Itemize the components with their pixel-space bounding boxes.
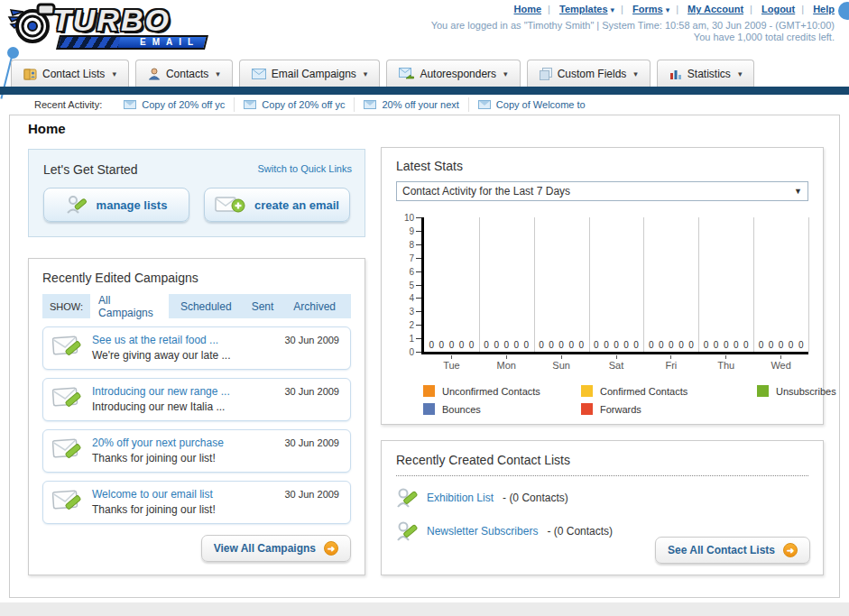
switch-quick-links[interactable]: Switch to Quick Links xyxy=(257,163,352,174)
chart-plot-area: 00000000000000000000000000000000000 xyxy=(421,217,808,354)
value-label-group: 00000 xyxy=(534,340,589,350)
campaign-item[interactable]: See us at the retail food ... We're givi… xyxy=(42,326,351,370)
value-label: 0 xyxy=(614,340,619,350)
x-tick-mark xyxy=(506,355,507,359)
contact-list-link[interactable]: Exhibition List xyxy=(427,492,494,504)
tab-contact-lists[interactable]: Contact Lists▾ xyxy=(11,60,129,87)
right-column: Latest Stats Contact Activity for the La… xyxy=(381,147,824,575)
filter-scheduled[interactable]: Scheduled xyxy=(172,298,240,316)
legend-swatch xyxy=(581,385,593,397)
arrow-right-icon: ➜ xyxy=(324,541,338,556)
header-link[interactable]: Help xyxy=(813,4,835,14)
envelope-plus-icon xyxy=(215,194,245,216)
legend-item: Confirmed Contacts xyxy=(581,385,757,397)
value-label-group: 00000 xyxy=(753,340,808,350)
left-column: Let's Get Started Switch to Quick Links … xyxy=(28,149,365,575)
chevron-down-icon: ▾ xyxy=(216,69,220,78)
bar-chart-icon xyxy=(669,68,682,79)
value-label: 0 xyxy=(704,340,709,350)
envelope-icon xyxy=(244,100,256,109)
tab-label: Contacts xyxy=(166,68,208,80)
credits-text: You have 1,000 total credits left. xyxy=(694,32,835,42)
recent-activity-label: Recent Activity: xyxy=(34,99,102,110)
x-tick-mark xyxy=(780,355,781,359)
logo-subtext: EMAIL xyxy=(140,37,199,47)
x-tick-mark xyxy=(561,355,562,359)
recent-activity-item[interactable]: Copy of 20% off yc xyxy=(234,97,354,112)
y-tick-label: 3 xyxy=(409,307,414,317)
x-tick-label: Thu xyxy=(698,355,753,371)
value-label: 0 xyxy=(494,340,499,350)
create-email-button[interactable]: create an email xyxy=(204,188,350,222)
envelope-icon xyxy=(252,69,266,79)
legend-item: Unconfirmed Contacts xyxy=(423,385,581,397)
header-link[interactable]: Logout xyxy=(761,4,810,14)
footer-strip xyxy=(0,602,849,616)
get-started-panel: Let's Get Started Switch to Quick Links … xyxy=(28,149,365,237)
value-label: 0 xyxy=(724,340,729,350)
envelope-arrow-icon xyxy=(399,68,414,79)
chart-y-axis: 109876543210 xyxy=(396,217,421,354)
manage-lists-button[interactable]: manage lists xyxy=(43,188,189,222)
tab-contacts[interactable]: Contacts▾ xyxy=(135,60,233,87)
chevron-down-icon: ▼ xyxy=(794,187,802,196)
value-label: 0 xyxy=(743,340,749,350)
filter-archived[interactable]: Archived xyxy=(285,298,344,316)
gridline xyxy=(698,217,699,352)
campaign-subtitle: Introducing our new Italia ... xyxy=(92,400,341,413)
y-tick-label: 1 xyxy=(409,334,414,344)
view-all-campaigns-button[interactable]: View All Campaigns ➜ xyxy=(201,535,351,562)
value-label: 0 xyxy=(659,340,664,350)
header-link[interactable]: My Account xyxy=(688,4,759,14)
value-label: 0 xyxy=(459,340,465,350)
value-label: 0 xyxy=(429,340,435,350)
header-link[interactable]: Home xyxy=(514,4,557,14)
recent-activity-item[interactable]: Copy of 20% off yc xyxy=(115,97,234,112)
recently-created-contact-lists-panel: Recently Created Contact Lists Exhibitio… xyxy=(381,440,824,575)
y-tick-label: 7 xyxy=(409,253,414,263)
gridline xyxy=(808,217,809,352)
turbo-email-logo[interactable]: TURBO EMAIL xyxy=(5,3,222,53)
x-tick-label: Sat xyxy=(589,355,644,371)
see-all-contact-lists-button[interactable]: See All Contact Lists ➜ xyxy=(655,537,810,564)
campaign-item[interactable]: 20% off your next purchase Thanks for jo… xyxy=(42,429,351,473)
campaign-item[interactable]: Introducing our new range ... Introducin… xyxy=(42,378,351,421)
campaign-item[interactable]: Welcome to our email list Thanks for joi… xyxy=(42,481,351,524)
chevron-down-icon: ▾ xyxy=(633,69,638,78)
nav-divider-bar xyxy=(0,87,849,95)
value-label: 0 xyxy=(539,340,544,350)
gridline xyxy=(589,217,590,352)
y-tick-label: 9 xyxy=(409,226,414,236)
value-label: 0 xyxy=(714,340,719,350)
contact-lists-title: Recently Created Contact Lists xyxy=(396,453,808,467)
value-label: 0 xyxy=(779,340,784,350)
header-link[interactable]: Templates▾ xyxy=(559,4,630,14)
legend-swatch xyxy=(423,385,435,397)
header-link[interactable]: Forms▾ xyxy=(632,4,685,14)
tab-statistics[interactable]: Statistics▾ xyxy=(657,60,755,87)
tab-custom-fields[interactable]: Custom Fields▾ xyxy=(527,60,651,87)
chart-x-axis: TueMonSunSatFriThuWed xyxy=(424,355,808,371)
filter-sent[interactable]: Sent xyxy=(244,298,282,316)
value-label-group: 00000 xyxy=(643,340,698,350)
latest-stats-title: Latest Stats xyxy=(396,159,808,173)
recent-activity-item[interactable]: Copy of Welcome to xyxy=(468,97,595,112)
recent-activity-item[interactable]: 20% off your next xyxy=(354,97,467,112)
contact-list-count: - (0 Contacts) xyxy=(503,492,568,504)
x-tick-label: Sun xyxy=(534,355,589,371)
envelope-pencil-icon xyxy=(52,489,85,514)
value-label: 0 xyxy=(604,340,609,350)
stats-dropdown[interactable]: Contact Activity for the Last 7 Days ▼ xyxy=(396,181,808,201)
contact-list-count: - (0 Contacts) xyxy=(547,525,613,538)
value-label: 0 xyxy=(549,340,554,350)
tab-email-campaigns[interactable]: Email Campaigns▾ xyxy=(239,60,381,87)
login-status-text: You are logged in as "Timothy Smith" | S… xyxy=(431,20,835,31)
latest-stats-panel: Latest Stats Contact Activity for the La… xyxy=(381,147,824,425)
filter-all-campaigns[interactable]: All Campaigns xyxy=(90,291,169,322)
y-tick-label: 0 xyxy=(409,347,414,357)
contact-list-item[interactable]: Exhibition List - (0 Contacts) xyxy=(396,486,808,510)
contact-list-link[interactable]: Newsletter Subscribers xyxy=(427,525,538,538)
tab-autoresponders[interactable]: Autoresponders▾ xyxy=(386,60,520,87)
main-content: Home Let's Get Started Switch to Quick L… xyxy=(9,115,840,598)
envelope-pencil-icon xyxy=(52,335,85,360)
